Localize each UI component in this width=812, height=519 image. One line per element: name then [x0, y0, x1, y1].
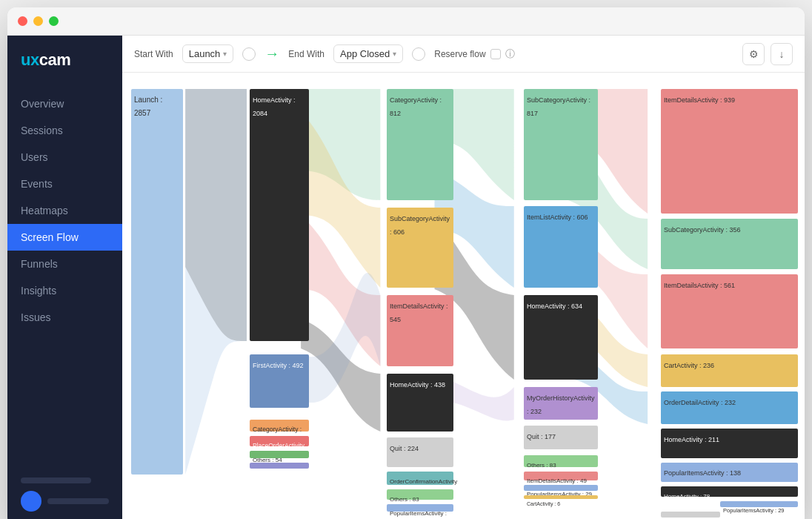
- node-itemlistactivity[interactable]: ItemListActivity : 606: [524, 206, 598, 288]
- sidebar-bottom: [7, 477, 122, 512]
- minimize-button[interactable]: [33, 16, 43, 26]
- end-with-label: End With: [288, 49, 325, 59]
- sidebar-item-heatmaps[interactable]: Heatmaps: [7, 197, 122, 224]
- gear-icon: ⚙: [749, 48, 759, 60]
- node-label: PopularItemsActivity : 29: [723, 507, 785, 514]
- node-itemdetailsactivity-4a[interactable]: ItemDetailsActivity : 939: [661, 89, 798, 214]
- node-label: OrderDetailActivity : 232: [664, 399, 736, 406]
- node-homeactivity-4b[interactable]: HomeActivity : 78: [661, 486, 798, 497]
- node-label: SubCategoryActivity : 817: [527, 96, 590, 117]
- node-label: Quit : 177: [527, 433, 556, 440]
- node-quit-3[interactable]: Quit : 177: [524, 426, 598, 449]
- sidebar-item-overview[interactable]: Overview: [7, 90, 122, 117]
- node-label: ItemDetailsActivity : 939: [664, 96, 735, 104]
- node-label: ItemDetailsActivity : 561: [664, 282, 735, 289]
- node-popularitems-4b[interactable]: PopularItemsActivity : 29: [720, 501, 798, 507]
- sidebar-item-events[interactable]: Events: [7, 171, 122, 197]
- start-circle-icon: [242, 47, 256, 61]
- node-quit-2[interactable]: Quit : 224: [387, 437, 453, 467]
- node-firstactivity[interactable]: FirstActivity : 492: [250, 354, 309, 408]
- node-label: Launch : 2857: [134, 96, 162, 117]
- arrow-icon: →: [264, 45, 279, 62]
- node-itemdetailsactivity-1[interactable]: ItemDetailsActivity : 35: [250, 463, 309, 469]
- node-label: HomeActivity : 78: [664, 493, 710, 500]
- user-row: [21, 491, 109, 512]
- node-label: Others : 83: [527, 462, 556, 469]
- node-categoryactivity-2[interactable]: CategoryActivity : 812: [387, 89, 453, 200]
- node-label: CartActivity : 236: [664, 362, 714, 369]
- node-subcategoryactivity-2[interactable]: SubCategoryActivity : 606: [387, 208, 453, 288]
- node-label: HomeActivity : 438: [390, 381, 445, 389]
- avatar: [21, 491, 41, 512]
- chart-area: Launch : 2857 HomeActivity : 2084 FirstA…: [122, 73, 805, 519]
- node-popularitems-2[interactable]: PopularItemsActivity : 49: [387, 504, 453, 512]
- sidebar-item-users[interactable]: Users: [7, 144, 122, 171]
- node-categoryactivity-1[interactable]: CategoryActivity : 98: [250, 420, 309, 432]
- node-homeactivity-3[interactable]: HomeActivity : 634: [524, 295, 598, 380]
- node-placeorderactivity[interactable]: PlaceOrderActivity : 94: [250, 436, 309, 446]
- maximize-button[interactable]: [49, 16, 59, 26]
- node-cartactivity-3[interactable]: CartActivity : 6: [524, 495, 598, 499]
- node-label: HomeActivity : 634: [527, 303, 582, 310]
- node-itemdetailsactivity-2[interactable]: ItemDetailsActivity : 545: [387, 295, 453, 366]
- node-homeactivity-2[interactable]: HomeActivity : 438: [387, 374, 453, 432]
- info-icon: ⓘ: [505, 47, 515, 61]
- sankey-chart: Launch : 2857 HomeActivity : 2084 FirstA…: [131, 82, 796, 519]
- sidebar-item-insights[interactable]: Insights: [7, 277, 122, 304]
- node-orderconfirmation[interactable]: OrderConfirmationActivity : 94: [387, 472, 453, 485]
- node-others-1[interactable]: Others : 54: [250, 451, 309, 458]
- node-label: HomeActivity : 2084: [253, 96, 296, 117]
- node-subcategoryactivity-4[interactable]: SubCategoryActivity : 356: [661, 219, 798, 269]
- node-label: SubCategoryActivity : 606: [390, 215, 450, 236]
- sidebar: uxcam Overview Sessions Users Events Hea…: [7, 36, 122, 519]
- node-launch[interactable]: Launch : 2857: [131, 89, 183, 475]
- download-button[interactable]: ↓: [771, 43, 793, 65]
- node-label: PopularItemsActivity : 49: [390, 510, 447, 519]
- reserve-flow-checkbox[interactable]: [490, 49, 501, 59]
- start-value: Launch: [189, 48, 221, 59]
- sidebar-item-sessions[interactable]: Sessions: [7, 117, 122, 144]
- chevron-down-icon: ▾: [223, 50, 227, 58]
- end-circle-icon: [412, 47, 425, 61]
- sidebar-decoration-bar: [21, 477, 91, 483]
- node-label: PopularItemsActivity : 138: [664, 469, 741, 477]
- sidebar-item-funnels[interactable]: Funnels: [7, 251, 122, 277]
- toolbar-right: ⚙ ↓: [742, 43, 793, 65]
- settings-button[interactable]: ⚙: [742, 43, 765, 65]
- username-bar: [47, 498, 109, 504]
- sidebar-item-issues[interactable]: Issues: [7, 304, 122, 331]
- reserve-flow-group: Reserve flow ⓘ: [434, 47, 514, 61]
- node-label: CartActivity : 6: [527, 501, 560, 506]
- node-popularitems-3[interactable]: PopularItemsActivity : 29: [524, 485, 598, 491]
- main-content: Start With Launch ▾ → End With App Close…: [122, 36, 805, 519]
- node-homeactivity-1[interactable]: HomeActivity : 2084: [250, 89, 309, 341]
- node-others-2[interactable]: Others : 83: [387, 489, 453, 500]
- node-orderdetail[interactable]: OrderDetailActivity : 232: [661, 391, 798, 424]
- node-others-3[interactable]: Others : 83: [524, 455, 598, 467]
- close-button[interactable]: [18, 16, 27, 26]
- node-popularitems-4a[interactable]: PopularItemsActivity : 138: [661, 463, 798, 482]
- logo: uxcam: [7, 50, 122, 90]
- node-subcategoryactivity-3[interactable]: SubCategoryActivity : 817: [524, 89, 598, 200]
- reserve-flow-label: Reserve flow: [434, 49, 485, 59]
- node-itemdetailsactivity-3[interactable]: ItemDetailsActivity : 49: [524, 472, 598, 480]
- start-with-select[interactable]: Launch ▾: [182, 44, 234, 63]
- node-homeactivity-4[interactable]: HomeActivity : 211: [661, 429, 798, 458]
- node-label: ItemDetailsActivity : 49: [527, 477, 587, 484]
- start-with-label: Start With: [134, 49, 173, 59]
- node-label: FirstActivity : 492: [253, 362, 304, 369]
- node-cartactivity-4[interactable]: CartActivity : 236: [661, 354, 798, 387]
- end-with-select[interactable]: App Closed ▾: [333, 44, 403, 63]
- node-label: MyOrderHistoryActivity : 232: [527, 394, 595, 415]
- node-label: ItemDetailsActivity : 545: [390, 303, 448, 323]
- app-window: uxcam Overview Sessions Users Events Hea…: [7, 7, 805, 519]
- node-label: ItemListActivity : 606: [527, 214, 588, 221]
- end-value: App Closed: [340, 48, 390, 59]
- node-label: ItemDetailsActivity : 35: [253, 469, 304, 489]
- node-myorderhistory[interactable]: MyOrderHistoryActivity : 232: [524, 387, 598, 420]
- node-itemdetailsactivity-4b[interactable]: ItemDetailsActivity : 561: [661, 274, 798, 348]
- node-quit-4[interactable]: Quit : 32: [661, 512, 720, 518]
- titlebar: [7, 7, 805, 36]
- sidebar-item-screen-flow[interactable]: Screen Flow: [7, 224, 122, 251]
- node-label: Others : 83: [390, 496, 419, 503]
